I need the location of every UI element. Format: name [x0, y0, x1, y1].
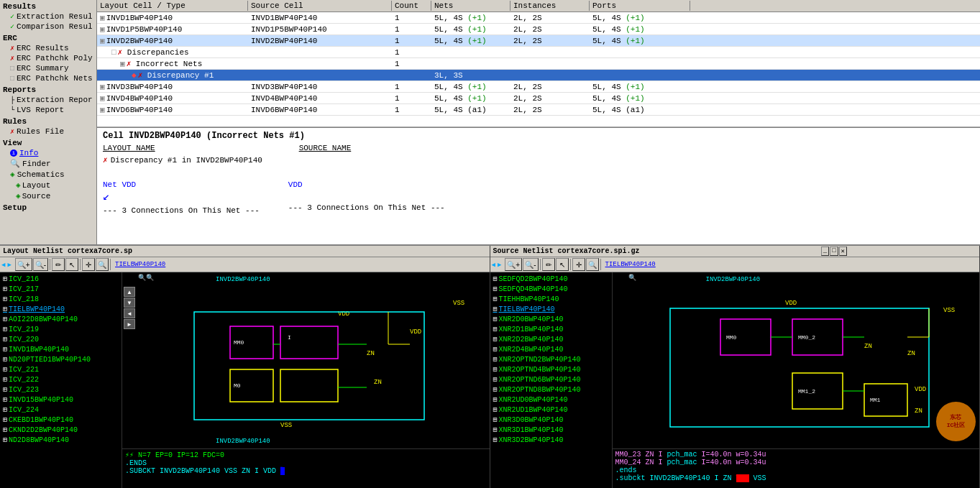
list-item[interactable]: ⊞XNR2UD0BWP40P140 — [492, 395, 610, 405]
list-item[interactable]: ⊞CKND2D2BWP40P140 — [1, 425, 120, 435]
list-item[interactable]: ⊞XNR2OPTND8BWP40P140 — [492, 385, 610, 395]
sidebar-item-erc-results[interactable]: ✗ ERC Results — [1, 43, 95, 53]
list-item[interactable]: ⊞XNR2D0BWP40P140 — [492, 314, 610, 324]
zoom-in-btn2[interactable]: 🔍+ — [505, 258, 522, 271]
list-item[interactable]: ⊞ICV_220 — [1, 334, 120, 344]
table-row[interactable]: ▣INVD6BWP40P140 INVD6BWP40P140 1 5L, 4S … — [97, 104, 980, 116]
sidebar-item-extraction-report[interactable]: ├ Extraction Repor — [1, 95, 95, 105]
list-item[interactable]: ⊞XNR2OPTND6BWP40P140 — [492, 374, 610, 385]
view-section: View i Info 🔍 Finder ◈ Schematics ◈ Layo… — [1, 138, 95, 201]
list-item[interactable]: ⊞CKEBD1BWP40P140 — [1, 415, 120, 425]
cell-source — [248, 75, 392, 76]
sidebar-item-lvs-report[interactable]: └ LVS Report — [1, 105, 95, 115]
table-row[interactable]: ▣INVD3BWP40P140 INVD3BWP40P140 1 5L, 4S … — [97, 81, 980, 93]
nav-right-nav-btn[interactable]: ► — [124, 319, 135, 329]
sidebar-item-erc-summary[interactable]: □ ERC Summary — [1, 63, 95, 73]
sidebar-item-erc-pathchk-poly[interactable]: ✗ ERC Pathchk Poly — [1, 53, 95, 63]
list-item[interactable]: ⊞ICV_222 — [1, 374, 120, 385]
results-label: Results — [1, 1, 95, 11]
zoom-in-btn[interactable]: 🔍+ — [15, 258, 32, 271]
list-item[interactable]: ⊞XNR2OPTND4BWP40P140 — [492, 364, 610, 374]
sidebar-item-extraction[interactable]: ✓ Extraction Resul — [1, 11, 95, 22]
cell-count — [392, 75, 431, 76]
nav-left-icon2: ◀ — [492, 261, 495, 269]
pencil-btn[interactable]: ✏ — [52, 258, 65, 271]
list-item[interactable]: ⊞ICV_221 — [1, 364, 120, 374]
col-header-source: Source Cell — [248, 1, 392, 11]
source-link[interactable]: TIELBWP40P140 — [605, 261, 656, 268]
cursor-btn[interactable]: ↖ — [65, 258, 78, 271]
list-item-tielbwp[interactable]: ⊞TIELBWP40P140 — [1, 304, 120, 314]
sidebar-item-erc-pathchk-nets[interactable]: □ ERC Pathchk Nets — [1, 73, 95, 83]
svg-text:VSS: VSS — [453, 300, 464, 307]
cell-ports: 5L, 4S (+1) — [590, 93, 690, 103]
extraction-results-label: Extraction Resul — [17, 12, 93, 21]
cursor-btn2[interactable]: ↖ — [556, 258, 569, 271]
text-line-2: .ENDS — [125, 459, 487, 467]
table-row[interactable]: ▣INVD1P5BWP40P140 INVD1P5BWP40P140 1 5L,… — [97, 24, 980, 35]
x-icon: ✗ — [10, 44, 14, 52]
table-row[interactable]: ▣INVD4BWP40P140 INVD4BWP40P140 1 5L, 4S … — [97, 93, 980, 104]
list-item[interactable]: ⊞XNR2OPTND2BWP40P140 — [492, 354, 610, 364]
net-section: Net VDD ↙ --- 3 Connections On This Net … — [103, 180, 974, 215]
list-item[interactable]: ⊞XNR2D4BWP40P140 — [492, 344, 610, 354]
list-item[interactable]: ⊞INVD1BWP40P140 — [1, 344, 120, 354]
list-item[interactable]: ⊞XNR3D2BWP40P140 — [492, 435, 610, 445]
list-item[interactable]: ⊞ICV_223 — [1, 385, 120, 395]
nav-down-btn[interactable]: ▼ — [124, 298, 135, 308]
list-item[interactable]: ⊞SEDFQD2BWP40P140 — [492, 274, 610, 284]
list-item[interactable]: ⊞SEDFQD4BWP40P140 — [492, 284, 610, 294]
table-row-discrepancies[interactable]: □✗ Discrepancies 1 — [97, 47, 980, 58]
table-row-discrepancy1[interactable]: ◆✗ Discrepancy #1 3L, 3S — [97, 70, 980, 81]
crosshair-btn[interactable]: ✛ — [82, 258, 95, 271]
sidebar-item-layout[interactable]: ◈ Layout — [1, 180, 95, 190]
table-row[interactable]: ▣INVD1BWP40P140 INVD1BWP40P140 1 5L, 4S … — [97, 12, 980, 24]
sidebar-item-info[interactable]: i Info — [1, 148, 95, 158]
list-item[interactable]: ⊞ICV_216 — [1, 274, 120, 284]
svg-text:M0: M0 — [234, 382, 241, 389]
list-item[interactable]: ⊞XNR3D1BWP40P140 — [492, 425, 610, 435]
list-item[interactable]: ⊞ICV_219 — [1, 324, 120, 334]
sidebar-item-finder[interactable]: 🔍 Finder — [1, 158, 95, 169]
list-item[interactable]: ⊞AOI22D8BWP40P140 — [1, 314, 120, 324]
list-item-tielbwp-src[interactable]: ⊞TIELBWP40P140 — [492, 304, 610, 314]
list-item[interactable]: ⊞XNR2UD1BWP40P140 — [492, 405, 610, 415]
sidebar-item-source[interactable]: ◈ Source — [1, 190, 95, 201]
layout-link[interactable]: TIELBWP40P140 — [115, 261, 165, 268]
list-item[interactable]: ⊞ICV_218 — [1, 294, 120, 304]
list-item[interactable]: ⊞XNR3D0BWP40P140 — [492, 415, 610, 425]
expand-icon: ▣ — [100, 106, 105, 114]
sidebar-item-rules-file[interactable]: ✗ Rules File — [1, 126, 95, 137]
src-text-2: MM0_24 ZN I pch_mac I=40.0n w=0.34u — [615, 459, 977, 466]
pencil-btn2[interactable]: ✏ — [542, 258, 555, 271]
list-item[interactable]: ⊞ND20PTIED1BWP40P140 — [1, 354, 120, 364]
crosshair-btn2[interactable]: ✛ — [572, 258, 585, 271]
cell-ports: 5L, 4S (+1) — [590, 13, 690, 23]
rules-label: Rules — [1, 116, 95, 126]
list-item[interactable]: ⊞ICV_224 — [1, 405, 120, 415]
sidebar-item-schematics[interactable]: ◈ Schematics — [1, 169, 95, 180]
schema-icon: ◈ — [10, 170, 15, 179]
find-btn[interactable]: 🔍 — [96, 258, 109, 271]
cell-nets: 5L, 4S (+1) — [431, 13, 510, 23]
main-container: Results ✓ Extraction Resul ✓ Comparison … — [0, 0, 980, 244]
table-row-invd2[interactable]: ▣INVD2BWP40P140 INVD2BWP40P140 1 5L, 4S … — [97, 35, 980, 47]
list-item[interactable]: ⊞TIEHHBWP40P140 — [492, 294, 610, 304]
find-btn2[interactable]: 🔍 — [586, 258, 599, 271]
zoom-out-btn[interactable]: 🔍- — [33, 258, 48, 271]
list-item[interactable]: ⊞ND2D8BWP40P140 — [1, 435, 120, 445]
detail-title: Cell INVD2BWP40P140 (Incorrect Nets #1) — [103, 131, 974, 141]
list-item[interactable]: ⊞INVD15BWP40P140 — [1, 395, 120, 405]
cell-nets — [431, 63, 510, 65]
expand-icon: ▣ — [100, 25, 105, 34]
nav-left-btn[interactable]: ◄ — [124, 308, 135, 318]
sidebar-item-comparison[interactable]: ✓ Comparison Resul — [1, 22, 95, 32]
table-row-incorrect-nets[interactable]: ▣✗ Incorrect Nets 1 — [97, 58, 980, 70]
svg-rect-4 — [280, 326, 338, 359]
list-item[interactable]: ⊞ICV_217 — [1, 284, 120, 294]
toolbar-sep6 — [600, 259, 601, 270]
zoom-out-btn2[interactable]: 🔍- — [523, 258, 538, 271]
list-item[interactable]: ⊞XNR2D2BWP40P140 — [492, 334, 610, 344]
nav-up-btn[interactable]: ▲ — [124, 287, 135, 297]
list-item[interactable]: ⊞XNR2D1BWP40P140 — [492, 324, 610, 334]
